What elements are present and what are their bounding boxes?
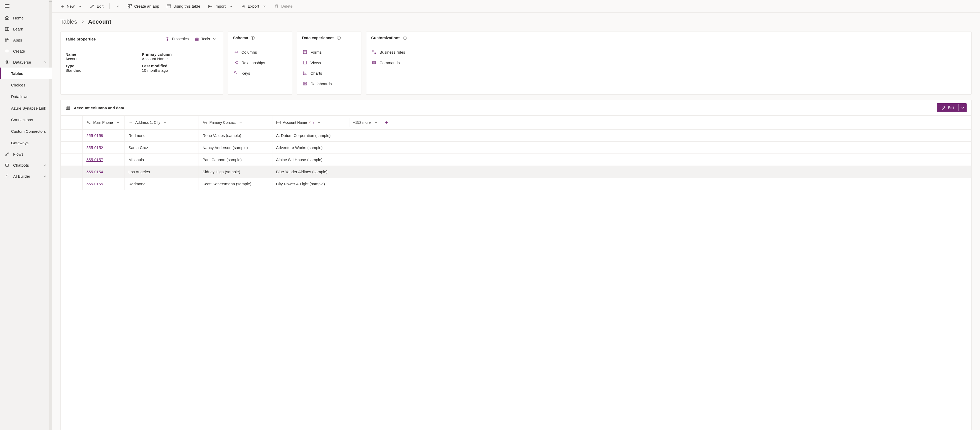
- sidebar-item-label: AI Builder: [13, 174, 30, 178]
- sidebar-item-label: Connections: [11, 118, 33, 122]
- cell-phone[interactable]: 555-0157: [86, 158, 103, 162]
- exp-dashboards-link[interactable]: Dashboards: [302, 79, 356, 88]
- grid-body: 555-0158 Redmond Rene Valdes (sample) A.…: [60, 130, 971, 190]
- sidebar-item-home[interactable]: Home: [0, 12, 52, 23]
- row-checkbox[interactable]: [60, 178, 83, 190]
- info-icon[interactable]: i: [337, 36, 340, 40]
- export-button[interactable]: Export: [238, 2, 269, 10]
- grid-col-contact[interactable]: Primary Contact: [199, 116, 272, 129]
- prop-type-value: Standard: [65, 68, 142, 73]
- cell-phone[interactable]: 555-0158: [86, 133, 103, 138]
- tools-link[interactable]: Tools: [193, 35, 218, 42]
- sidebar-item-ai-builder[interactable]: AI Builder: [0, 170, 52, 182]
- cmd-label: Delete: [281, 4, 292, 8]
- divider: [109, 3, 110, 9]
- exp-charts-link[interactable]: Charts: [302, 68, 356, 78]
- cell-phone[interactable]: 555-0154: [86, 170, 103, 174]
- row-checkbox[interactable]: [60, 130, 83, 142]
- cell-phone[interactable]: 555-0155: [86, 182, 103, 186]
- delete-button[interactable]: Delete: [272, 2, 295, 10]
- sidebar-item-create[interactable]: Create: [0, 45, 52, 57]
- row-checkbox[interactable]: [60, 142, 83, 153]
- sidebar-item-custom-connectors[interactable]: Custom Connectors: [0, 125, 52, 137]
- cell-phone[interactable]: 555-0152: [86, 145, 103, 150]
- table-row[interactable]: 555-0152 Santa Cruz Nancy Anderson (samp…: [60, 142, 971, 154]
- chevron-down-icon: [317, 120, 321, 125]
- card-customizations: Customizations i Business rules: [366, 32, 972, 95]
- sidebar-item-dataflows[interactable]: Dataflows: [0, 91, 52, 102]
- hamburger-button[interactable]: [0, 0, 52, 12]
- table-row[interactable]: 555-0155 Redmond Scott Konersmann (sampl…: [60, 178, 971, 190]
- sidebar-item-gateways[interactable]: Gateways: [0, 137, 52, 148]
- sidebar-item-apps[interactable]: Apps: [0, 34, 52, 45]
- schema-keys-link[interactable]: Keys: [233, 68, 287, 78]
- properties-link[interactable]: Properties: [164, 35, 191, 42]
- row-checkbox[interactable]: [60, 154, 83, 166]
- table-row[interactable]: 555-0154 Los Angeles Sidney Higa (sample…: [60, 166, 971, 178]
- svg-rect-29: [372, 62, 375, 64]
- sidebar-item-choices[interactable]: Choices: [0, 79, 52, 91]
- col-label: Primary Contact: [209, 120, 235, 124]
- svg-rect-2: [5, 40, 7, 42]
- edit-button[interactable]: Edit: [87, 2, 106, 10]
- using-table-button[interactable]: Using this table: [164, 2, 203, 10]
- svg-rect-7: [5, 164, 9, 166]
- svg-point-28: [375, 53, 375, 54]
- cell-city: Missoula: [129, 158, 144, 162]
- prop-name-value: Account: [65, 57, 142, 61]
- chevron-down-icon: [229, 4, 234, 9]
- gear-icon: [165, 37, 170, 41]
- row-checkbox[interactable]: [60, 166, 83, 178]
- sidebar-item-dataverse[interactable]: Dataverse: [0, 57, 52, 68]
- grid-col-phone[interactable]: Main Phone: [83, 116, 125, 129]
- sidebar-item-flows[interactable]: Flows: [0, 148, 52, 159]
- sidebar-item-chatbots[interactable]: Chatbots: [0, 159, 52, 170]
- breadcrumb-parent[interactable]: Tables: [60, 18, 77, 25]
- chevron-down-icon: [43, 163, 47, 167]
- svg-point-17: [234, 62, 235, 63]
- cell-city: Los Angeles: [129, 170, 150, 174]
- ai-builder-icon: [5, 174, 10, 178]
- new-button[interactable]: New: [57, 2, 85, 10]
- more-columns-button[interactable]: +152 more: [350, 118, 395, 127]
- sidebar-item-synapse[interactable]: Azure Synapse Link: [0, 102, 52, 114]
- schema-columns-link[interactable]: Abc Columns: [233, 48, 287, 57]
- sidebar-item-label: Flows: [13, 152, 23, 156]
- custom-business-rules-link[interactable]: Business rules: [371, 48, 967, 57]
- grid-col-city[interactable]: Abc Address 1: City: [125, 116, 199, 129]
- sidebar-item-learn[interactable]: Learn: [0, 23, 52, 34]
- edit-split-button[interactable]: [113, 2, 123, 10]
- add-column-button[interactable]: [382, 120, 391, 124]
- svg-point-27: [372, 51, 374, 51]
- columns-icon: Abc: [234, 50, 238, 54]
- exp-forms-link[interactable]: Forms: [302, 48, 356, 57]
- sidebar-item-label: Choices: [11, 83, 25, 87]
- schema-relationships-link[interactable]: Relationships: [233, 58, 287, 67]
- data-panel-title: Account columns and data: [74, 106, 124, 110]
- grid-col-account[interactable]: Abc Account Name * ↑: [272, 116, 346, 129]
- svg-point-19: [237, 63, 238, 64]
- table-row[interactable]: 555-0157 Missoula Paul Cannon (sample) A…: [60, 154, 971, 166]
- custom-commands-link[interactable]: Commands: [371, 58, 967, 67]
- pencil-icon: [90, 4, 95, 9]
- cell-account: Blue Yonder Airlines (sample): [276, 170, 328, 174]
- sidebar-item-tables[interactable]: Tables: [0, 68, 52, 79]
- col-label: Address 1: City: [135, 120, 160, 124]
- edit-data-button[interactable]: Edit: [937, 103, 967, 112]
- link-label: Dashboards: [310, 81, 332, 86]
- info-icon[interactable]: i: [251, 36, 255, 40]
- learn-icon: [5, 27, 10, 31]
- required-star: *: [309, 120, 310, 124]
- sidebar-item-connections[interactable]: Connections: [0, 114, 52, 125]
- table-row[interactable]: 555-0158 Redmond Rene Valdes (sample) A.…: [60, 130, 971, 142]
- svg-rect-25: [303, 84, 305, 85]
- chevron-down-icon: [43, 174, 47, 178]
- grid-col-checkbox[interactable]: [60, 116, 83, 129]
- create-app-button[interactable]: Create an app: [125, 2, 162, 10]
- edit-split[interactable]: [958, 104, 967, 111]
- exp-views-link[interactable]: Views: [302, 58, 356, 67]
- svg-rect-34: [205, 123, 207, 124]
- svg-rect-30: [66, 106, 70, 110]
- import-button[interactable]: Import: [205, 2, 236, 10]
- info-icon[interactable]: i: [403, 36, 407, 40]
